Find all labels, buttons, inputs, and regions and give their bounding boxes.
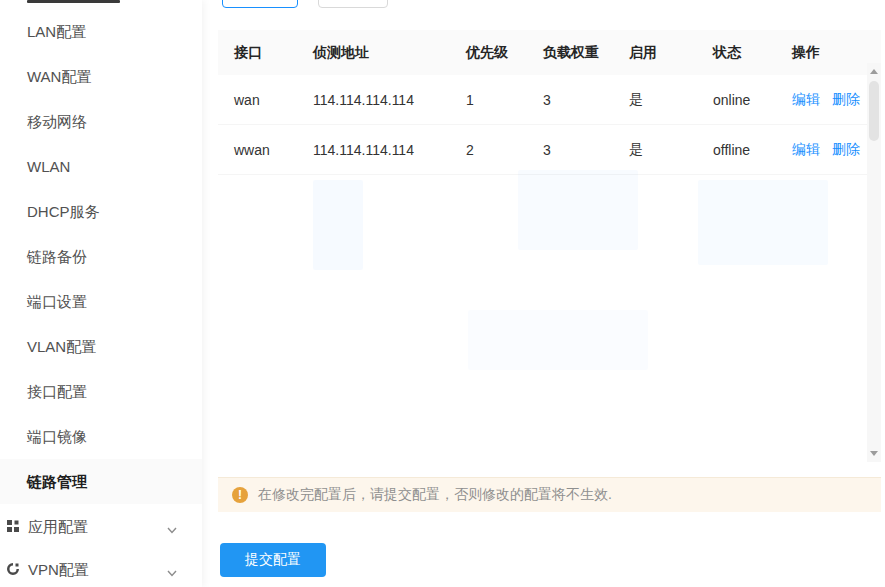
sidebar-item-wan[interactable]: WAN配置: [0, 54, 202, 99]
sidebar-item-port-settings[interactable]: 端口设置: [0, 279, 202, 324]
sidebar-item-mobile[interactable]: 移动网络: [0, 99, 202, 144]
sidebar-item-dhcp[interactable]: DHCP服务: [0, 189, 202, 234]
delete-link[interactable]: 删除: [832, 91, 860, 109]
col-header-enabled: 启用: [629, 44, 713, 62]
sidebar-group-app-config[interactable]: 应用配置: [0, 505, 202, 550]
cell-enabled: 是: [629, 91, 713, 109]
cell-probe-address: 114.114.114.114: [313, 142, 466, 158]
col-header-interface: 接口: [234, 44, 313, 62]
col-header-status: 状态: [713, 44, 792, 62]
watermark: [698, 180, 828, 265]
edit-link[interactable]: 编辑: [792, 91, 820, 109]
watermark: [468, 310, 648, 370]
delete-link[interactable]: 删除: [832, 141, 860, 159]
cell-load-weight: 3: [543, 142, 629, 158]
sidebar-item-link-backup[interactable]: 链路备份: [0, 234, 202, 279]
sidebar: LAN配置 WAN配置 移动网络 WLAN DHCP服务 链路备份 端口设置 V…: [0, 0, 202, 587]
sidebar-group-label: 应用配置: [28, 518, 88, 537]
cell-priority: 1: [466, 92, 543, 108]
scroll-down-arrow-icon[interactable]: [870, 451, 878, 456]
link-management-page: LAN配置 WAN配置 移动网络 WLAN DHCP服务 链路备份 端口设置 V…: [0, 0, 885, 587]
vertical-scrollbar[interactable]: [867, 63, 881, 462]
cell-status: online: [713, 92, 792, 108]
chevron-down-icon: [166, 522, 178, 534]
link-table: 接口 侦测地址 优先级 负载权重 启用 状态 操作 wan 114.114.11…: [218, 30, 881, 462]
vpn-globe-icon: [6, 562, 20, 579]
cell-enabled: 是: [629, 141, 713, 159]
apps-icon: [6, 519, 20, 536]
sidebar-group-vpn-config[interactable]: VPN配置: [0, 548, 202, 587]
cell-status: offline: [713, 142, 792, 158]
table-row: wwan 114.114.114.114 2 3 是 offline 编辑 删除: [218, 125, 881, 175]
col-header-priority: 优先级: [466, 44, 543, 62]
submit-config-button[interactable]: 提交配置: [220, 543, 326, 577]
scroll-up-arrow-icon[interactable]: [870, 69, 878, 74]
sidebar-group-label: VPN配置: [28, 561, 89, 580]
cell-priority: 2: [466, 142, 543, 158]
top-clipped-button-primary[interactable]: [222, 0, 298, 8]
watermark: [313, 180, 363, 270]
warning-icon: !: [232, 487, 248, 503]
main-content: 接口 侦测地址 优先级 负载权重 启用 状态 操作 wan 114.114.11…: [202, 0, 885, 587]
sidebar-item-partial[interactable]: [27, 0, 120, 3]
cell-load-weight: 3: [543, 92, 629, 108]
chevron-down-icon: [166, 565, 178, 577]
scrollbar-thumb[interactable]: [869, 81, 879, 141]
cell-interface: wwan: [234, 142, 313, 158]
sidebar-item-link-management[interactable]: 链路管理: [0, 459, 202, 504]
table-row: wan 114.114.114.114 1 3 是 online 编辑 删除: [218, 75, 881, 125]
sidebar-item-lan[interactable]: LAN配置: [0, 9, 202, 54]
top-clipped-button-secondary[interactable]: [318, 0, 388, 8]
sidebar-item-port-mirror[interactable]: 端口镜像: [0, 414, 202, 459]
col-header-probe-address: 侦测地址: [313, 44, 466, 62]
edit-link[interactable]: 编辑: [792, 141, 820, 159]
sidebar-item-vlan[interactable]: VLAN配置: [0, 324, 202, 369]
cell-probe-address: 114.114.114.114: [313, 92, 466, 108]
warning-alert: ! 在修改完配置后，请提交配置，否则修改的配置将不生效.: [218, 477, 881, 512]
col-header-actions: 操作: [792, 44, 881, 62]
col-header-load-weight: 负载权重: [543, 44, 629, 62]
watermark: [518, 170, 638, 250]
warning-alert-text: 在修改完配置后，请提交配置，否则修改的配置将不生效.: [258, 486, 612, 504]
sidebar-item-wlan[interactable]: WLAN: [0, 144, 202, 189]
cell-interface: wan: [234, 92, 313, 108]
table-header-row: 接口 侦测地址 优先级 负载权重 启用 状态 操作: [218, 30, 881, 75]
sidebar-item-interface-config[interactable]: 接口配置: [0, 369, 202, 414]
